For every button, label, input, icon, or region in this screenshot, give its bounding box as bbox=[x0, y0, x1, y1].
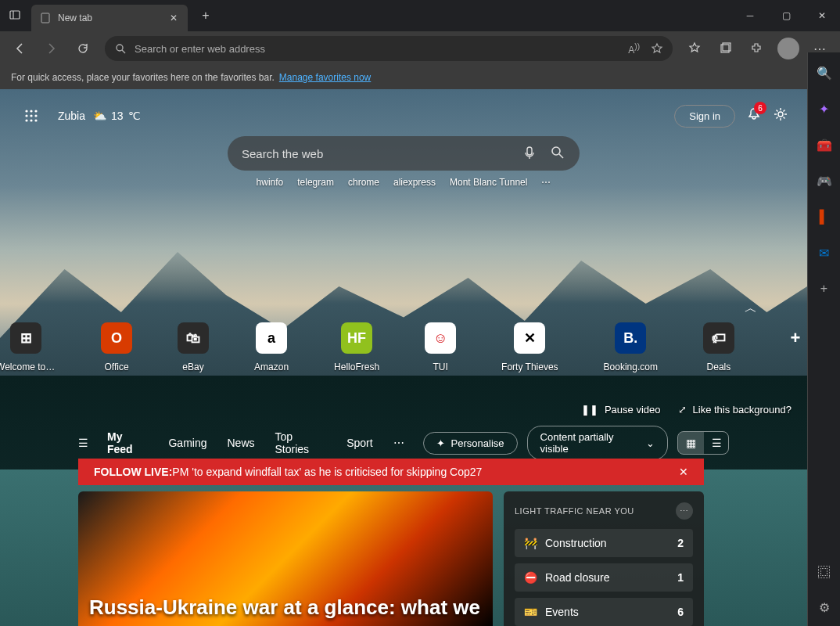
content-visibility-dropdown[interactable]: Content partially visible⌄ bbox=[527, 426, 669, 460]
quick-tile[interactable]: OOffice bbox=[101, 322, 132, 372]
tile-icon: a bbox=[256, 322, 287, 354]
tile-label: Forty Thieves bbox=[501, 362, 558, 372]
background-controls: ❚❚Pause video ⤢Like this background? bbox=[581, 404, 792, 416]
quick-tile[interactable]: ☺TUI bbox=[425, 322, 456, 372]
favorites-button[interactable] bbox=[680, 34, 709, 63]
forward-button[interactable] bbox=[38, 34, 66, 63]
web-search-box[interactable]: Search the web bbox=[228, 136, 580, 171]
news-hero-card[interactable]: Russia-Ukraine war at a glance: what we bbox=[78, 491, 493, 626]
personalise-button[interactable]: ✦Personalise bbox=[423, 432, 518, 455]
address-bar[interactable]: Search or enter web address A)) bbox=[105, 36, 673, 61]
read-aloud-button[interactable]: A)) bbox=[628, 42, 640, 56]
extensions-button[interactable] bbox=[743, 34, 771, 63]
sidebar-games-button[interactable]: 🎮 bbox=[815, 171, 834, 190]
shortcut-link[interactable]: aliexpress bbox=[393, 177, 436, 188]
app-launcher-button[interactable] bbox=[19, 103, 44, 128]
svg-point-10 bbox=[25, 114, 27, 117]
svg-line-4 bbox=[122, 50, 125, 53]
feed-tab-gaming[interactable]: Gaming bbox=[168, 437, 206, 449]
tile-label: Office bbox=[104, 362, 128, 372]
sidebar-outlook-button[interactable]: ✉ bbox=[815, 243, 834, 262]
collections-button[interactable] bbox=[712, 34, 740, 63]
profile-button[interactable] bbox=[774, 34, 802, 63]
feed-tab-news[interactable]: News bbox=[228, 437, 255, 449]
traffic-card: LIGHT TRAFFIC NEAR YOU ⋯ 🚧Construction2⛔… bbox=[504, 491, 704, 626]
more-shortcuts-button[interactable]: ⋯ bbox=[541, 177, 551, 188]
traffic-row[interactable]: 🚧Construction2 bbox=[515, 529, 693, 557]
favorite-star-icon[interactable] bbox=[651, 42, 663, 55]
shortcut-link[interactable]: chrome bbox=[348, 177, 379, 188]
feed-menu-button[interactable]: ☰ bbox=[78, 437, 88, 449]
svg-rect-0 bbox=[10, 11, 20, 19]
weather-icon: ⛅ bbox=[93, 110, 106, 122]
sign-in-button[interactable]: Sign in bbox=[674, 105, 735, 128]
quick-tile[interactable]: HFHelloFresh bbox=[334, 322, 379, 372]
tab-strip: New tab ✕ + bbox=[0, 0, 732, 31]
back-button[interactable] bbox=[6, 34, 34, 63]
manage-favorites-link[interactable]: Manage favorites now bbox=[279, 72, 371, 83]
sidebar-settings-button[interactable]: ⚙ bbox=[815, 598, 834, 617]
tab-close-button[interactable]: ✕ bbox=[167, 13, 180, 23]
quick-tile[interactable]: 🏷Deals bbox=[703, 322, 734, 372]
location-label[interactable]: Zubia bbox=[58, 110, 85, 122]
new-tab-page: Zubia ⛅ 13℃ Sign in 6 Search the web hwi… bbox=[0, 89, 807, 626]
traffic-row[interactable]: 🎫Events6 bbox=[515, 598, 693, 626]
traffic-more-button[interactable]: ⋯ bbox=[676, 502, 693, 520]
refresh-button[interactable] bbox=[69, 34, 97, 63]
traffic-row-label: Events bbox=[545, 606, 579, 618]
live-banner[interactable]: FOLLOW LIVE: PM 'to expand windfall tax'… bbox=[78, 459, 704, 485]
microphone-icon bbox=[522, 145, 537, 160]
sidebar-search-button[interactable]: 🔍 bbox=[815, 63, 834, 82]
shortcut-link[interactable]: Mont Blanc Tunnel bbox=[450, 177, 527, 188]
toolbar: Search or enter web address A)) ⋯ bbox=[0, 31, 840, 66]
pause-video-button[interactable]: ❚❚Pause video bbox=[581, 404, 661, 416]
feed-tab-more[interactable]: ⋯ bbox=[393, 437, 404, 449]
quick-tile[interactable]: 🛍eBay bbox=[178, 322, 209, 372]
voice-search-button[interactable] bbox=[522, 145, 537, 163]
search-submit-button[interactable] bbox=[550, 145, 565, 163]
feed-tab-myfeed[interactable]: My Feed bbox=[107, 430, 148, 455]
new-tab-button[interactable]: + bbox=[192, 2, 219, 29]
quick-tile[interactable]: B.Booking.com bbox=[604, 322, 658, 372]
search-placeholder: Search the web bbox=[242, 147, 323, 160]
quick-tile[interactable]: ✕Forty Thieves bbox=[501, 322, 558, 372]
maximize-button[interactable]: ▢ bbox=[768, 0, 804, 31]
feed-toolbar: ☰ My Feed Gaming News Top Stories Sport … bbox=[0, 427, 807, 459]
quick-tile[interactable]: aAmazon bbox=[254, 322, 289, 372]
page-icon bbox=[39, 12, 52, 24]
collapse-tiles-button[interactable]: ︿ bbox=[745, 300, 757, 317]
sidebar-add-button[interactable]: + bbox=[815, 279, 834, 298]
chevron-down-icon: ⌄ bbox=[646, 437, 655, 449]
news-headline: Russia-Ukraine war at a glance: what we bbox=[89, 595, 480, 620]
list-view-button[interactable]: ☰ bbox=[704, 432, 729, 454]
banner-close-button[interactable]: ✕ bbox=[679, 466, 688, 478]
weather-widget[interactable]: ⛅ 13℃ bbox=[93, 110, 141, 122]
grid-view-button[interactable]: ▦ bbox=[678, 432, 704, 454]
tile-label: Welcome to ... bbox=[0, 362, 56, 372]
close-window-button[interactable]: ✕ bbox=[804, 0, 840, 31]
sidebar-office-button[interactable]: ▌ bbox=[815, 207, 834, 226]
add-tile-button[interactable]: + bbox=[780, 322, 807, 372]
traffic-title: LIGHT TRAFFIC NEAR YOU bbox=[515, 506, 634, 516]
tab-actions-button[interactable] bbox=[0, 0, 31, 31]
traffic-row[interactable]: ⛔Road closure1 bbox=[515, 563, 693, 592]
minimize-button[interactable]: ─ bbox=[732, 0, 768, 31]
notifications-button[interactable]: 6 bbox=[746, 106, 762, 125]
window-controls: ─ ▢ ✕ bbox=[732, 0, 840, 31]
shortcut-link[interactable]: telegram bbox=[297, 177, 334, 188]
like-background-button[interactable]: ⤢Like this background? bbox=[678, 404, 792, 416]
panel-icon bbox=[9, 9, 23, 23]
shortcut-link[interactable]: hwinfo bbox=[257, 177, 284, 188]
feed-tab-topstories[interactable]: Top Stories bbox=[275, 430, 327, 455]
feed-tab-sport[interactable]: Sport bbox=[346, 437, 372, 449]
tile-label: HelloFresh bbox=[334, 362, 379, 372]
sidebar-tools-button[interactable]: 🧰 bbox=[815, 135, 834, 154]
sidebar-hide-button[interactable]: ⿴ bbox=[815, 563, 834, 582]
view-toggle: ▦ ☰ bbox=[677, 431, 729, 455]
svg-point-12 bbox=[34, 114, 37, 117]
pause-icon: ❚❚ bbox=[581, 404, 598, 416]
browser-tab[interactable]: New tab ✕ bbox=[31, 5, 188, 31]
quick-tile[interactable]: ⊞Welcome to ... bbox=[0, 322, 56, 372]
sidebar-discover-button[interactable]: ✦ bbox=[815, 99, 834, 118]
page-settings-button[interactable] bbox=[773, 106, 788, 125]
